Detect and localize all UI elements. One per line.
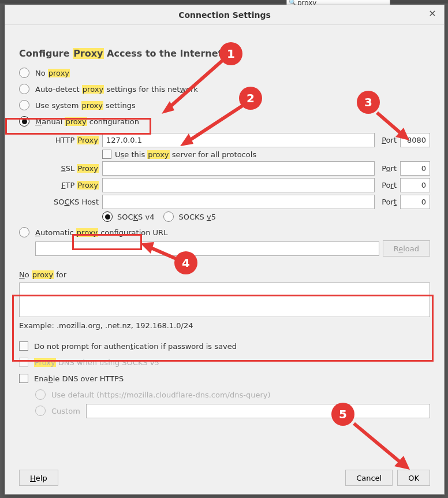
dialog-titlebar: Connection Settings ✕ xyxy=(5,5,444,25)
radio-icon xyxy=(35,406,46,416)
http-port-label: Port xyxy=(382,136,397,144)
radio-label: SOCKS v4 xyxy=(117,213,154,221)
doh-custom-row: Custom xyxy=(35,403,430,419)
ssl-input[interactable] xyxy=(102,161,375,176)
section-heading: Configure Proxy Access to the Internet xyxy=(19,48,430,59)
ssl-proxy-row: SSL Proxy Port xyxy=(35,161,430,176)
socks-input[interactable] xyxy=(102,195,375,209)
doh-default-label: Use default (https://mozilla.cloudflare-… xyxy=(51,391,271,399)
socks-port-input[interactable] xyxy=(400,195,430,209)
radio-label: No proxy xyxy=(35,69,70,77)
radio-label: Auto-detect proxy settings for this netw… xyxy=(35,85,198,94)
ssl-port-label: Port xyxy=(382,164,397,173)
dialog-title: Connection Settings xyxy=(178,10,271,20)
radio-manual-proxy[interactable]: Manual proxy configuration xyxy=(19,113,430,129)
radio-no-proxy[interactable]: No proxy xyxy=(19,65,430,81)
connection-settings-dialog: Connection Settings ✕ Configure Proxy Ac… xyxy=(5,5,445,495)
cancel-button[interactable]: Cancel xyxy=(345,470,393,486)
use-for-all-label: Use this proxy server for all protocols xyxy=(115,150,256,159)
proxy-dns-row: Proxy DNS when using SOCKS v5 xyxy=(19,354,430,370)
ok-button[interactable]: OK xyxy=(397,470,430,486)
doh-checkbox[interactable] xyxy=(19,374,28,383)
no-auth-prompt-checkbox[interactable] xyxy=(19,341,28,351)
radio-socks-v5[interactable]: SOCKS v5 xyxy=(163,211,215,222)
radio-auto-config-url[interactable]: Automatic proxy configuration URL xyxy=(19,224,430,240)
ftp-port-input[interactable] xyxy=(400,178,430,192)
radio-label: SOCKS v5 xyxy=(178,213,215,221)
doh-custom-input xyxy=(86,404,430,418)
radio-icon xyxy=(102,211,113,222)
dialog-footer: Help Cancel OK xyxy=(19,470,430,486)
proxy-dns-label: Proxy DNS when using SOCKS v5 xyxy=(34,358,159,367)
ssl-label: SSL Proxy xyxy=(35,164,99,173)
socks-port-label: Port xyxy=(382,198,397,206)
http-port-input[interactable] xyxy=(400,133,430,147)
radio-label: Automatic proxy configuration URL xyxy=(35,228,167,237)
doh-custom-label: Custom xyxy=(51,407,80,415)
ftp-input[interactable] xyxy=(102,178,375,192)
radio-icon xyxy=(35,389,46,400)
doh-default-row: Use default (https://mozilla.cloudflare-… xyxy=(35,386,430,403)
radio-system-proxy[interactable]: Use system proxy settings xyxy=(19,97,430,113)
socks-version-row: SOCKS v4 SOCKS v5 xyxy=(102,211,430,222)
pac-url-input xyxy=(35,241,379,256)
socks-label: SOCKS Host xyxy=(35,198,99,206)
no-auth-prompt-label: Do not prompt for authentication if pass… xyxy=(34,342,237,351)
http-proxy-row: HTTP Proxy Port xyxy=(35,133,430,147)
pac-row: Reload xyxy=(35,240,430,257)
radio-icon xyxy=(19,68,29,78)
close-button[interactable]: ✕ xyxy=(427,9,438,20)
radio-icon xyxy=(19,100,29,110)
reload-button: Reload xyxy=(383,240,430,257)
socks-host-row: SOCKS Host Port xyxy=(35,195,430,209)
radio-icon xyxy=(163,211,174,222)
doh-label: Enable DNS over HTTPS xyxy=(34,374,124,383)
ftp-port-label: Port xyxy=(382,181,397,189)
use-for-all-checkbox[interactable] xyxy=(102,150,111,159)
no-proxy-textarea[interactable] xyxy=(19,283,430,317)
radio-icon xyxy=(19,227,29,237)
radio-label: Manual proxy configuration xyxy=(35,117,139,126)
help-button[interactable]: Help xyxy=(19,470,58,486)
dialog-content: Configure Proxy Access to the Internet N… xyxy=(5,25,444,426)
radio-label: Use system proxy settings xyxy=(35,101,136,110)
no-proxy-example: Example: .mozilla.org, .net.nz, 192.168.… xyxy=(19,321,430,330)
radio-auto-detect[interactable]: Auto-detect proxy settings for this netw… xyxy=(19,81,430,97)
radio-icon xyxy=(19,84,29,94)
doh-row: Enable DNS over HTTPS xyxy=(19,370,430,386)
no-proxy-label: No proxy for xyxy=(19,270,430,279)
radio-socks-v4[interactable]: SOCKS v4 xyxy=(102,211,154,222)
proxy-dns-checkbox xyxy=(19,358,28,367)
radio-icon xyxy=(19,116,29,127)
use-for-all-row: Use this proxy server for all protocols xyxy=(102,150,430,159)
http-proxy-label: HTTP Proxy xyxy=(35,136,99,144)
no-auth-prompt-row: Do not prompt for authentication if pass… xyxy=(19,338,430,354)
http-proxy-input[interactable] xyxy=(102,133,375,147)
ftp-label: FTP Proxy xyxy=(35,181,99,189)
ftp-proxy-row: FTP Proxy Port xyxy=(35,178,430,192)
ssl-port-input[interactable] xyxy=(400,161,430,176)
